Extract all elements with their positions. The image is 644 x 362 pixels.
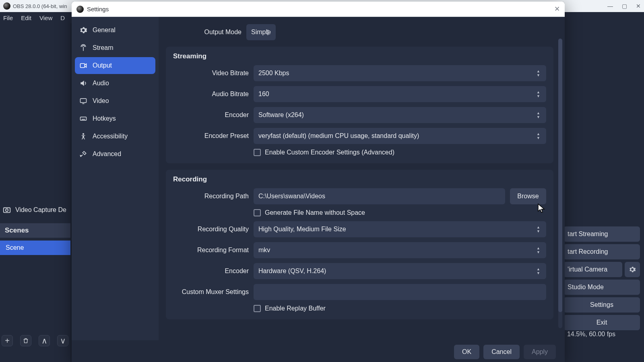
chevron-updown-icon: ▲▼ [537,221,543,237]
output-mode-select[interactable]: Simple ▲▼ [246,24,276,40]
recording-format-label: Recording Format [173,247,249,254]
streaming-panel: Streaming Video Bitrate 2500 Kbps ▲▼ Aud… [166,47,553,163]
scene-up-button[interactable]: ∧ [39,335,50,346]
recording-encoder-select[interactable]: Hardware (QSV, H.264) ▲▼ [254,263,546,279]
window-minimize-icon[interactable]: — [607,3,613,9]
ok-button[interactable]: OK [454,345,479,359]
antenna-icon [79,43,88,52]
accessibility-icon [79,132,88,141]
dialog-button-row: OK Cancel Apply [72,340,565,362]
scene-remove-button[interactable] [20,335,31,346]
cancel-button[interactable]: Cancel [483,345,520,359]
recording-path-label: Recording Path [173,193,249,200]
settings-sidebar: General Stream Output Audio [72,17,159,340]
menu-view[interactable]: View [39,14,52,21]
virtual-camera-button[interactable]: 'irtual Camera [564,262,622,277]
monitor-icon [79,97,88,105]
sidebar-item-general[interactable]: General [75,22,155,39]
streaming-heading: Streaming [173,52,546,60]
recording-panel: Recording Recording Path Browse Generate… [166,170,553,319]
scenes-header: Scenes [0,223,70,238]
menu-file[interactable]: File [3,14,13,21]
sidebar-item-advanced[interactable]: Advanced [75,146,155,162]
window-maximize-icon[interactable]: ▢ [622,3,627,9]
svg-rect-2 [80,64,85,68]
sidebar-item-output[interactable]: Output [75,57,155,74]
audio-bitrate-label: Audio Bitrate [173,90,249,98]
encoder-preset-select[interactable]: veryfast (default) (medium CPU usage, st… [254,128,546,144]
encoder-preset-label: Encoder Preset [173,132,249,140]
browse-button[interactable]: Browse [510,188,546,204]
virtual-camera-settings-button[interactable] [625,262,640,277]
speaker-icon [79,79,88,88]
replay-buffer-label: Enable Replay Buffer [265,305,326,312]
muxer-input[interactable] [254,284,546,300]
recording-quality-label: Recording Quality [173,226,249,233]
audio-bitrate-select[interactable]: 160 ▲▼ [254,86,546,102]
studio-mode-button[interactable]: Studio Mode [564,280,640,295]
chevron-updown-icon: ▲▼ [537,263,543,279]
replay-buffer-checkbox[interactable] [254,305,261,312]
muxer-label: Custom Muxer Settings [173,288,249,296]
keyboard-icon [79,114,88,123]
exit-button[interactable]: Exit [564,315,640,330]
sidebar-item-stream[interactable]: Stream [75,39,155,56]
dialog-title: Settings [87,6,109,12]
menu-edit[interactable]: Edit [21,14,31,21]
obs-logo-icon [3,2,10,10]
video-bitrate-label: Video Bitrate [173,70,249,77]
filename-nospace-label: Generate File Name without Space [265,209,365,216]
start-streaming-button[interactable]: tart Streaming [564,226,640,242]
chevron-updown-icon: ▲▼ [537,86,543,102]
output-mode-label: Output Mode [166,29,242,36]
sidebar-item-video[interactable]: Video [75,93,155,109]
chevron-updown-icon: ▲▼ [537,107,543,123]
sidebar-item-accessibility[interactable]: Accessibility [75,128,155,145]
obs-logo-icon [76,6,84,13]
scene-add-button[interactable]: + [2,335,13,346]
svg-point-1 [6,209,8,211]
apply-button[interactable]: Apply [524,345,556,359]
dialog-close-button[interactable]: ✕ [554,5,560,13]
app-title: OBS 28.0.0 (64-bit, win [13,3,67,9]
settings-dialog: Settings ✕ General Stream Output [72,2,565,362]
settings-button[interactable]: Settings [564,297,640,313]
menu-docks[interactable]: D [60,14,65,21]
camera-icon [2,206,11,214]
gear-icon [629,266,636,273]
gear-icon [79,26,88,35]
streaming-encoder-label: Encoder [173,111,249,119]
chevron-updown-icon: ▲▼ [537,128,543,144]
recording-encoder-label: Encoder [173,267,249,275]
start-recording-button[interactable]: tart Recording [564,244,640,259]
scene-item[interactable]: Scene [0,241,70,255]
scene-down-button[interactable]: ∨ [57,335,68,346]
streaming-encoder-select[interactable]: Software (x264) ▲▼ [254,107,546,123]
spinner-icon: ▲▼ [537,65,543,81]
dialog-titlebar: Settings ✕ [72,2,565,17]
enable-custom-encoder-label: Enable Custom Encoder Settings (Advanced… [265,149,394,156]
recording-format-select[interactable]: mkv ▲▼ [254,242,546,258]
sidebar-item-audio[interactable]: Audio [75,75,155,92]
recording-heading: Recording [173,175,546,183]
status-cpu-fps: : 14.5%, 60.00 fps [564,331,639,338]
recording-path-input[interactable] [254,188,505,204]
chevron-updown-icon: ▲▼ [537,242,543,258]
scrollbar-thumb[interactable] [558,39,562,312]
sidebar-item-hotkeys[interactable]: Hotkeys [75,110,155,127]
filename-nospace-checkbox[interactable] [254,209,261,216]
enable-custom-encoder-checkbox[interactable] [254,149,261,156]
output-icon [79,61,88,70]
video-bitrate-input[interactable]: 2500 Kbps ▲▼ [254,65,546,81]
recording-quality-select[interactable]: High Quality, Medium File Size ▲▼ [254,221,546,237]
window-close-icon[interactable]: ✕ [636,3,641,9]
svg-point-5 [83,133,84,135]
svg-rect-4 [80,117,87,120]
svg-rect-0 [4,208,10,213]
svg-rect-3 [80,99,87,103]
chevron-updown-icon: ▲▼ [266,24,272,40]
tools-icon [79,150,88,158]
